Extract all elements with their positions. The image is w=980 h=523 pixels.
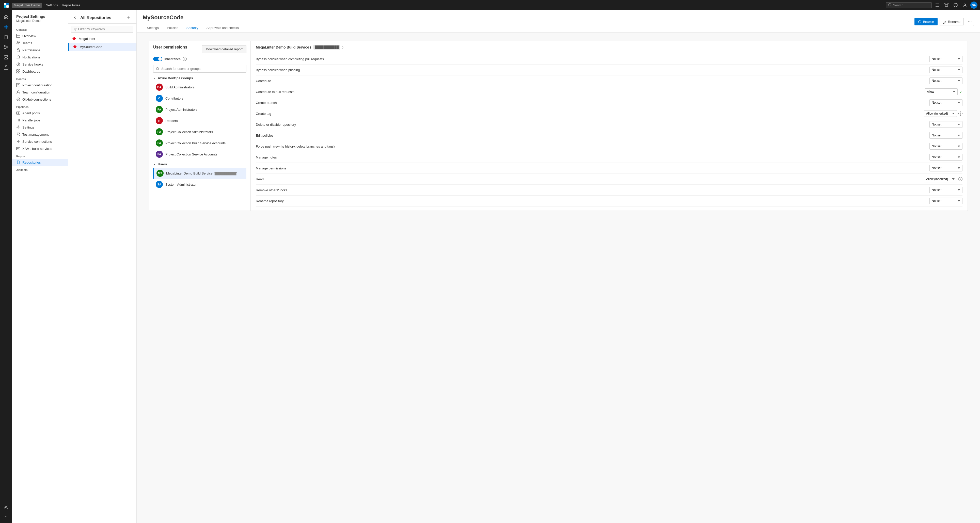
group-collection-service[interactable]: PA Project Collection Service Accounts: [153, 149, 247, 160]
rail-boards[interactable]: [2, 22, 11, 32]
sidebar-item-github[interactable]: GitHub connections: [12, 96, 68, 103]
read-info-icon[interactable]: i: [958, 177, 963, 181]
perm-select-read[interactable]: Not setAllowAllow (inherited)Deny: [924, 176, 957, 182]
sidebar-item-overview[interactable]: Overview: [12, 32, 68, 40]
rail-repos[interactable]: [2, 32, 11, 42]
perm-select-force-push[interactable]: Not setAllowDeny: [929, 143, 963, 149]
global-search-box[interactable]: [886, 2, 932, 8]
perm-select-manage-permissions[interactable]: Not setAllowDeny: [929, 165, 963, 172]
back-button[interactable]: [72, 15, 78, 21]
perm-select-edit-policies[interactable]: Not setAllowDeny: [929, 132, 963, 139]
sidebar-item-xaml[interactable]: XAML build services: [12, 145, 68, 152]
repo-item-megalinter[interactable]: MegaLinter: [68, 35, 137, 43]
sidebar-item-team-config[interactable]: Team configuration: [12, 89, 68, 96]
perm-select-delete-repo[interactable]: Not setAllowDeny: [929, 121, 963, 128]
add-repo-button[interactable]: [125, 14, 132, 21]
sidebar-item-notifications[interactable]: Notifications: [12, 54, 68, 61]
repo-panel-title: All Repositories: [72, 15, 111, 21]
perm-select-rename-repo[interactable]: Not setAllowDeny: [929, 198, 963, 204]
perm-select-contribute[interactable]: Not setAllowDeny: [929, 78, 963, 84]
sidebar-item-dashboards[interactable]: Dashboards: [12, 68, 68, 75]
perm-select-create-branch[interactable]: Not setAllowDeny: [929, 99, 963, 106]
sidebar-item-service-hooks[interactable]: Service hooks: [12, 61, 68, 68]
svg-point-15: [4, 46, 5, 46]
sidebar: Project Settings MegaLinter Demo General…: [12, 10, 68, 523]
perm-select-create-tag[interactable]: Not setAllowAllow (inherited)Deny: [924, 110, 957, 117]
tab-security[interactable]: Security: [182, 24, 202, 32]
perm-select-contribute-pr[interactable]: Not setAllowDeny: [924, 88, 958, 95]
filter-repos-input[interactable]: [78, 27, 131, 31]
sidebar-item-pipeline-settings[interactable]: Settings: [12, 124, 68, 131]
tab-approvals[interactable]: Approvals and checks: [202, 24, 243, 32]
perm-row-contribute: Contribute Not setAllowDeny: [256, 75, 963, 86]
sidebar-item-permissions[interactable]: Permissions: [12, 46, 68, 54]
sidebar-item-repositories[interactable]: Repositories: [12, 159, 68, 166]
topbar: MegaLinter Demo / Settings / Repositorie…: [0, 0, 980, 10]
breadcrumb-repos[interactable]: Repositories: [62, 3, 80, 7]
rail-pipelines[interactable]: [2, 43, 11, 52]
rail-expand[interactable]: [2, 512, 11, 521]
sidebar-item-agent-pools[interactable]: Agent pools: [12, 110, 68, 117]
breadcrumb-settings[interactable]: Settings: [46, 3, 58, 7]
repo-filter: [68, 24, 137, 35]
svg-rect-14: [6, 27, 8, 29]
svg-rect-29: [19, 70, 20, 71]
rail-home[interactable]: [2, 12, 11, 21]
perm-select-bypass-push[interactable]: Not setAllowDeny: [929, 67, 963, 73]
breadcrumb-brand[interactable]: MegaLinter Demo: [12, 3, 42, 8]
filter-input-box[interactable]: [71, 25, 134, 32]
user-system-admin[interactable]: SA System Administrator: [153, 179, 247, 190]
tab-settings[interactable]: Settings: [143, 24, 163, 32]
sidebar-section-pipelines: Pipelines: [12, 103, 68, 110]
user-megalinter-build[interactable]: MS MegaLinter Demo Build Service (██████…: [153, 168, 247, 179]
svg-point-54: [970, 21, 970, 22]
perm-select-bypass-pr[interactable]: Not setAllowDeny: [929, 56, 963, 62]
group-readers[interactable]: R Readers: [153, 115, 247, 126]
repo-icon-mysourcecode: [73, 45, 77, 49]
svg-rect-2: [4, 5, 6, 8]
azure-groups-header[interactable]: Azure DevOps Groups: [153, 76, 247, 80]
more-options-button[interactable]: [966, 18, 974, 26]
rail-testplans[interactable]: [2, 53, 11, 62]
group-contributors[interactable]: C Contributors: [153, 93, 247, 104]
perm-row-force-push: Force push (rewrite history, delete bran…: [256, 141, 963, 152]
inheritance-info-icon[interactable]: i: [183, 57, 187, 61]
rail-artifacts[interactable]: [2, 63, 11, 72]
perm-select-wrap-contribute-pr: Not setAllowDeny ✓: [924, 88, 963, 95]
global-search-input[interactable]: [893, 3, 929, 7]
search-users-box[interactable]: [153, 65, 247, 73]
rename-button[interactable]: Rename: [940, 18, 964, 25]
group-project-admins[interactable]: PA Project Administrators: [153, 104, 247, 115]
user-icon[interactable]: [961, 2, 968, 9]
perm-select-manage-notes[interactable]: Not setAllowDeny: [929, 154, 963, 161]
sidebar-item-teams[interactable]: Teams: [12, 40, 68, 46]
svg-point-17: [4, 48, 5, 49]
perm-select-wrap-create-tag: Not setAllowAllow (inherited)Deny i: [924, 110, 963, 117]
perm-select-remove-locks[interactable]: Not setAllowDeny: [929, 187, 963, 193]
download-report-button[interactable]: Download detailed report: [202, 45, 247, 53]
basket-icon[interactable]: [943, 2, 950, 9]
group-collection-admins[interactable]: PA Project Collection Administrators: [153, 126, 247, 137]
repo-item-mysourcecode[interactable]: MySourceCode: [68, 43, 137, 51]
collapse-icon: [153, 77, 156, 80]
sidebar-item-project-config[interactable]: Project configuration: [12, 81, 68, 89]
settings-list-icon[interactable]: [934, 2, 941, 9]
repo-panel: All Repositories MegaLinter: [68, 10, 137, 523]
rail-settings[interactable]: [2, 503, 11, 512]
app-logo[interactable]: [3, 2, 10, 9]
sidebar-item-service-connections[interactable]: Service connections: [12, 138, 68, 145]
user-avatar[interactable]: SA: [970, 2, 977, 9]
create-tag-info-icon[interactable]: i: [958, 111, 963, 116]
search-users-input[interactable]: [161, 67, 243, 71]
users-header[interactable]: Users: [153, 162, 247, 166]
sidebar-item-parallel-jobs[interactable]: Parallel jobs: [12, 117, 68, 124]
browse-button[interactable]: Browse: [915, 18, 937, 25]
svg-rect-31: [19, 72, 20, 73]
sidebar-item-test-management[interactable]: Test management: [12, 131, 68, 138]
group-collection-build[interactable]: PA Project Collection Build Service Acco…: [153, 137, 247, 149]
group-build-admins[interactable]: BA Build Administrators: [153, 81, 247, 93]
tab-policies[interactable]: Policies: [163, 24, 182, 32]
help-icon[interactable]: [952, 2, 959, 9]
security-panel: User permissions Download detailed repor…: [149, 41, 968, 211]
inheritance-toggle[interactable]: [153, 57, 162, 61]
